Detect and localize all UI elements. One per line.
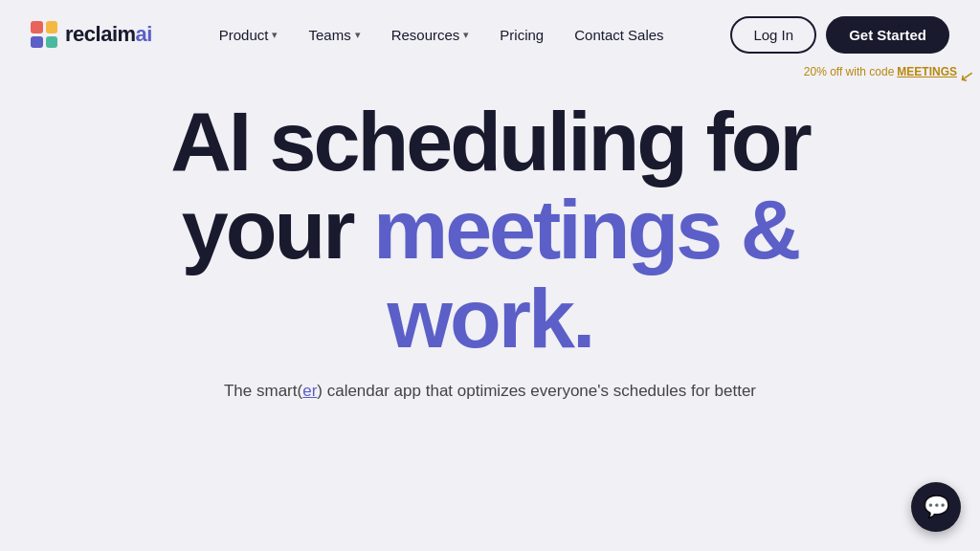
logo[interactable]: reclaimai xyxy=(31,21,152,48)
hero-section: AI scheduling for your meetings & work. … xyxy=(0,69,980,420)
hero-link[interactable]: er xyxy=(302,382,317,400)
navbar: reclaimai Product ▾ Teams ▾ Resources ▾ … xyxy=(0,0,980,69)
logo-dot-purple xyxy=(31,36,43,49)
chevron-down-icon: ▾ xyxy=(355,29,361,41)
logo-dot-teal xyxy=(46,36,58,49)
nav-actions: Log In Get Started 20% off with code MEE… xyxy=(730,16,949,54)
nav-item-teams[interactable]: Teams ▾ xyxy=(295,19,373,51)
chat-widget-button[interactable]: 💬 xyxy=(911,482,961,532)
nav-item-resources[interactable]: Resources ▾ xyxy=(378,19,483,51)
chevron-down-icon: ▾ xyxy=(463,29,469,41)
promo-badge: 20% off with code MEETINGS ↙ xyxy=(804,65,957,78)
get-started-button[interactable]: Get Started xyxy=(826,16,949,54)
chevron-down-icon: ▾ xyxy=(272,29,278,41)
nav-item-pricing[interactable]: Pricing xyxy=(486,19,557,51)
hero-subtext: The smart(er) calendar app that optimize… xyxy=(77,382,903,401)
hero-headline: AI scheduling for your meetings & work. xyxy=(77,98,903,363)
nav-links: Product ▾ Teams ▾ Resources ▾ Pricing Co… xyxy=(206,19,678,51)
logo-dot-yellow xyxy=(46,21,58,33)
login-button[interactable]: Log In xyxy=(730,16,816,54)
logo-text: reclaimai xyxy=(65,22,152,47)
logo-dot-red xyxy=(31,21,43,33)
nav-item-product[interactable]: Product ▾ xyxy=(206,19,292,51)
logo-icon xyxy=(31,21,57,48)
nav-item-contact-sales[interactable]: Contact Sales xyxy=(561,19,677,51)
chat-icon: 💬 xyxy=(924,495,949,519)
